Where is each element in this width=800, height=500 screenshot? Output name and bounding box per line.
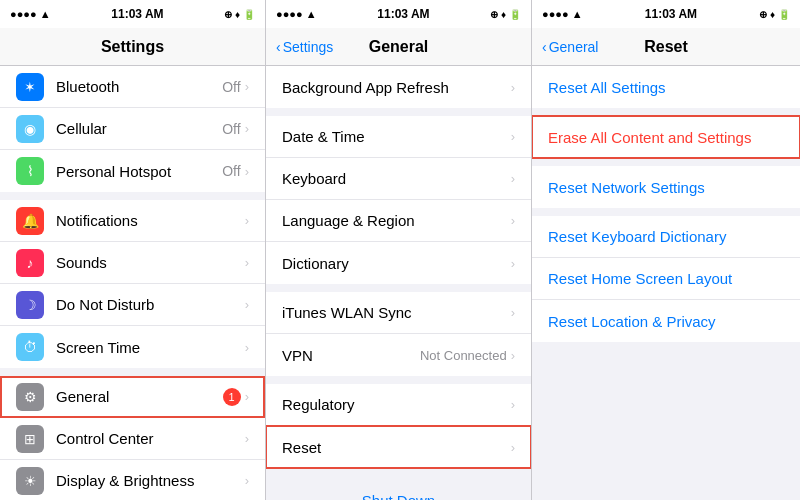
- cellular-item[interactable]: ◉ Cellular Off ›: [0, 108, 265, 150]
- langregion-chevron: ›: [511, 213, 515, 228]
- datetime-label: Date & Time: [282, 128, 511, 145]
- reset-group-4: Reset Keyboard Dictionary Reset Home Scr…: [532, 216, 800, 342]
- connectivity-group: ✶ Bluetooth Off › ◉ Cellular Off › ⌇ Per…: [0, 66, 265, 192]
- general-item[interactable]: ⚙ General 1 ›: [0, 376, 265, 418]
- general-navbar: ‹ Settings General: [266, 28, 531, 66]
- screentime-item[interactable]: ⏱ Screen Time ›: [0, 326, 265, 368]
- hotspot-item[interactable]: ⌇ Personal Hotspot Off ›: [0, 150, 265, 192]
- status-bar-1: ●●●● ▲ 11:03 AM ⊕ ♦ 🔋: [0, 0, 265, 28]
- signal-icons: ●●●● ▲: [10, 8, 51, 20]
- resetlocation-item[interactable]: Reset Location & Privacy: [532, 300, 800, 342]
- controlcenter-label: Control Center: [56, 430, 245, 447]
- back-to-settings[interactable]: ‹ Settings: [276, 39, 333, 55]
- bluetooth-value: Off: [222, 79, 240, 95]
- reset-group-1: Reset All Settings: [532, 66, 800, 108]
- resetall-item[interactable]: Reset All Settings: [532, 66, 800, 108]
- regulatory-item[interactable]: Regulatory ›: [266, 384, 531, 426]
- donotdisturb-icon: ☽: [16, 291, 44, 319]
- sounds-icon: ♪: [16, 249, 44, 277]
- shutdown-link[interactable]: Shut Down: [282, 484, 515, 500]
- back-to-general[interactable]: ‹ General: [542, 39, 598, 55]
- dictionary-label: Dictionary: [282, 255, 511, 272]
- dictionary-chevron: ›: [511, 256, 515, 271]
- bgrefresh-label: Background App Refresh: [282, 79, 511, 96]
- general-top-group: Background App Refresh ›: [266, 66, 531, 108]
- cellular-label: Cellular: [56, 120, 222, 137]
- resetnetwork-item[interactable]: Reset Network Settings: [532, 166, 800, 208]
- hotspot-chevron: ›: [245, 164, 249, 179]
- back-chevron-icon-2: ‹: [542, 39, 547, 55]
- db-chevron: ›: [245, 473, 249, 488]
- ituneswlan-label: iTunes WLAN Sync: [282, 304, 511, 321]
- sounds-chevron: ›: [245, 255, 249, 270]
- hotspot-icon: ⌇: [16, 157, 44, 185]
- displaybrightness-label: Display & Brightness: [56, 472, 245, 489]
- reset-list: Reset All Settings Erase All Content and…: [532, 66, 800, 500]
- back-settings-label: Settings: [283, 39, 334, 55]
- general-icon: ⚙: [16, 383, 44, 411]
- keyboard-label: Keyboard: [282, 170, 511, 187]
- sounds-item[interactable]: ♪ Sounds ›: [0, 242, 265, 284]
- back-chevron-icon: ‹: [276, 39, 281, 55]
- keyboard-item[interactable]: Keyboard ›: [266, 158, 531, 200]
- keyboard-chevron: ›: [511, 171, 515, 186]
- signal-icons-2: ●●●● ▲: [276, 8, 317, 20]
- dictionary-item[interactable]: Dictionary ›: [266, 242, 531, 284]
- bgrefresh-chevron: ›: [511, 80, 515, 95]
- right-icons-1: ⊕ ♦ 🔋: [224, 9, 255, 20]
- langregion-item[interactable]: Language & Region ›: [266, 200, 531, 242]
- notifications-label: Notifications: [56, 212, 245, 229]
- displaybrightness-item[interactable]: ☀ Display & Brightness ›: [0, 460, 265, 500]
- shutdown-container: Shut Down: [266, 476, 531, 500]
- general-list: Background App Refresh › Date & Time › K…: [266, 66, 531, 500]
- datetime-chevron: ›: [511, 129, 515, 144]
- vpn-item[interactable]: VPN Not Connected ›: [266, 334, 531, 376]
- ituneswlan-item[interactable]: iTunes WLAN Sync ›: [266, 292, 531, 334]
- right-icons-3: ⊕ ♦ 🔋: [759, 9, 790, 20]
- resetkeyboard-label: Reset Keyboard Dictionary: [548, 228, 784, 245]
- notifications-item[interactable]: 🔔 Notifications ›: [0, 200, 265, 242]
- time-1: 11:03 AM: [111, 7, 163, 21]
- general-sync-group: iTunes WLAN Sync › VPN Not Connected ›: [266, 292, 531, 376]
- reset-group-3: Reset Network Settings: [532, 166, 800, 208]
- general-badge: 1: [223, 388, 241, 406]
- controlcenter-item[interactable]: ⊞ Control Center ›: [0, 418, 265, 460]
- regulatory-label: Regulatory: [282, 396, 511, 413]
- langregion-label: Language & Region: [282, 212, 511, 229]
- hotspot-value: Off: [222, 163, 240, 179]
- settings-panel: ●●●● ▲ 11:03 AM ⊕ ♦ 🔋 Settings ✶ Bluetoo…: [0, 0, 266, 500]
- general-chevron: ›: [245, 389, 249, 404]
- cellular-value: Off: [222, 121, 240, 137]
- time-3: 11:03 AM: [645, 7, 697, 21]
- bluetooth-chevron: ›: [245, 79, 249, 94]
- general-panel: ●●●● ▲ 11:03 AM ⊕ ♦ 🔋 ‹ Settings General…: [266, 0, 532, 500]
- donotdisturb-item[interactable]: ☽ Do Not Disturb ›: [0, 284, 265, 326]
- cc-chevron: ›: [245, 431, 249, 446]
- general-reg-group: Regulatory › Reset ›: [266, 384, 531, 468]
- settings-title: Settings: [101, 38, 164, 56]
- reset-panel-title: Reset: [644, 38, 688, 56]
- settings-list: ✶ Bluetooth Off › ◉ Cellular Off › ⌇ Per…: [0, 66, 265, 500]
- resetlocation-label: Reset Location & Privacy: [548, 313, 784, 330]
- vpn-chevron: ›: [511, 348, 515, 363]
- cellular-icon: ◉: [16, 115, 44, 143]
- back-general-label: General: [549, 39, 599, 55]
- reset-item[interactable]: Reset ›: [266, 426, 531, 468]
- time-2: 11:03 AM: [377, 7, 429, 21]
- bluetooth-item[interactable]: ✶ Bluetooth Off ›: [0, 66, 265, 108]
- resethome-item[interactable]: Reset Home Screen Layout: [532, 258, 800, 300]
- sounds-label: Sounds: [56, 254, 245, 271]
- resetkeyboard-item[interactable]: Reset Keyboard Dictionary: [532, 216, 800, 258]
- controlcenter-icon: ⊞: [16, 425, 44, 453]
- donotdisturb-label: Do Not Disturb: [56, 296, 245, 313]
- erasecontent-item[interactable]: Erase All Content and Settings: [532, 116, 800, 158]
- status-bar-2: ●●●● ▲ 11:03 AM ⊕ ♦ 🔋: [266, 0, 531, 28]
- reset-chevron: ›: [511, 440, 515, 455]
- datetime-item[interactable]: Date & Time ›: [266, 116, 531, 158]
- reset-navbar: ‹ General Reset: [532, 28, 800, 66]
- bgrefresh-item[interactable]: Background App Refresh ›: [266, 66, 531, 108]
- resetall-label: Reset All Settings: [548, 79, 784, 96]
- vpn-value: Not Connected: [420, 348, 507, 363]
- general-group: ⚙ General 1 › ⊞ Control Center › ☀ Displ…: [0, 376, 265, 500]
- general-mid-group: Date & Time › Keyboard › Language & Regi…: [266, 116, 531, 284]
